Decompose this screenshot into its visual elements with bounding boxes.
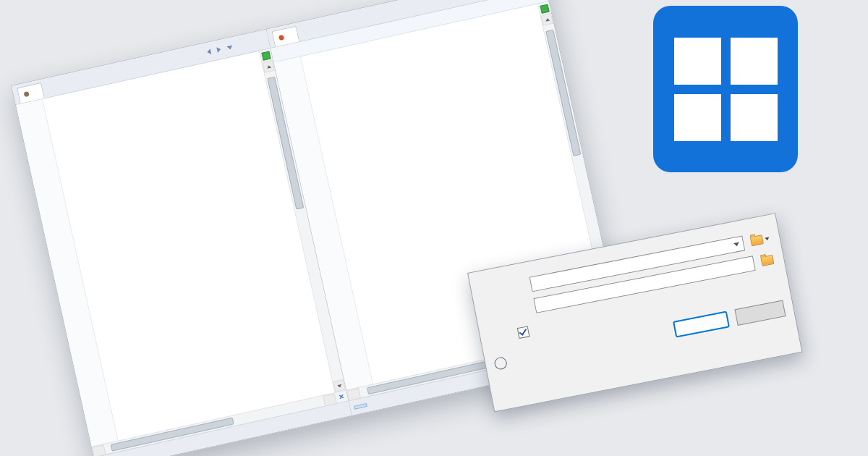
folder-icon [750, 235, 764, 246]
windows-logo-tile [731, 38, 778, 85]
validation-status-icon[interactable] [540, 4, 550, 14]
folder-icon [760, 255, 774, 266]
browse-json-url-button[interactable] [749, 232, 772, 247]
convert-button[interactable] [673, 311, 730, 338]
view-tab-grid[interactable] [370, 400, 381, 405]
spacer [514, 331, 666, 360]
windows-logo-icon [653, 6, 798, 172]
browse-options-icon [765, 237, 770, 240]
cancel-button[interactable] [734, 300, 786, 326]
windows-logo-tile [674, 94, 721, 141]
json-url-label [481, 286, 525, 295]
output-file-label [485, 307, 529, 316]
browse-output-file-button[interactable] [759, 254, 775, 268]
windows-logo-tile [674, 38, 721, 85]
page-background [0, 0, 868, 456]
validation-status-icon[interactable] [261, 51, 271, 61]
nav-back-icon[interactable] [207, 48, 212, 55]
combo-dropdown-icon[interactable] [733, 242, 740, 247]
windows-logo-tile [731, 94, 778, 141]
help-icon[interactable] [493, 356, 508, 371]
xml-file-icon [278, 35, 284, 41]
open-in-editor-checkbox[interactable] [517, 326, 530, 339]
tab-list-icon[interactable] [226, 45, 233, 50]
json-file-icon [23, 91, 29, 97]
view-tab-text[interactable] [354, 403, 367, 410]
nav-forward-icon[interactable] [216, 46, 221, 53]
